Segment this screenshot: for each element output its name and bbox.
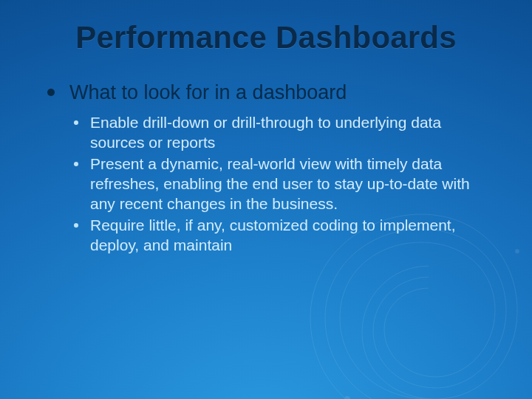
sub-list-item: Present a dynamic, real-world view with … <box>74 154 497 214</box>
sub-list: Enable drill-down or drill-through to un… <box>74 113 497 255</box>
bullet-icon <box>74 162 78 166</box>
bullet-icon <box>74 223 78 228</box>
main-list-heading: What to look for in a dashboard <box>69 80 497 106</box>
slide: Performance Dashboards What to look for … <box>0 0 532 399</box>
sub-list-text: Enable drill-down or drill-through to un… <box>90 114 441 151</box>
sub-list-item: Require little, if any, customized codin… <box>74 216 497 256</box>
sub-list-text: Present a dynamic, real-world view with … <box>90 155 470 212</box>
sub-list-item: Enable drill-down or drill-through to un… <box>74 113 497 153</box>
slide-title: Performance Dashboards <box>35 21 497 55</box>
main-list: What to look for in a dashboard Enable d… <box>47 80 497 255</box>
bullet-icon <box>74 120 78 125</box>
bullet-icon <box>47 89 55 96</box>
main-list-item: What to look for in a dashboard Enable d… <box>47 80 497 255</box>
sub-list-text: Require little, if any, customized codin… <box>90 216 456 253</box>
